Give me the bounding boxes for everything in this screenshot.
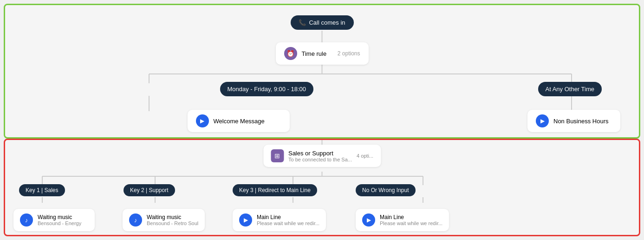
- music-1-sub: Bensound - Energy: [38, 220, 81, 226]
- main-line-1-title: Main Line: [257, 214, 319, 220]
- main-line-1-text: Main Line Please wait while we redir...: [257, 214, 319, 226]
- key-wrong-label: No Or Wrong Input: [362, 187, 409, 193]
- time-rule-node[interactable]: ⏰ Time rule 2 options: [276, 42, 369, 65]
- welcome-message-label: Welcome Message: [214, 118, 265, 125]
- music-icon-2: ♪: [129, 213, 142, 227]
- call-comes-in-node[interactable]: 📞 Call comes in: [290, 15, 353, 30]
- main-line-2-title: Main Line: [380, 214, 442, 220]
- red-section: ⊞ Sales or Support To be connected to th…: [4, 139, 640, 236]
- at-any-other-time-node[interactable]: At Any Other Time: [538, 82, 602, 96]
- music-2-sub: Bensound - Retro Soul: [147, 220, 198, 226]
- key-1-sales[interactable]: Key 1 | Sales: [19, 184, 65, 196]
- play-icon-2: ▶: [536, 114, 549, 127]
- music-node-1[interactable]: ♪ Waiting music Bensound - Energy: [13, 209, 95, 231]
- key-3-label: Key 3 | Redirect to Main Line: [239, 187, 311, 193]
- phone-icon: 📞: [299, 19, 306, 26]
- music-2-title: Waiting music: [147, 214, 198, 220]
- non-business-hours-node[interactable]: ▶ Non Business Hours: [527, 110, 620, 132]
- green-section: 📞 Call comes in ⏰ Time rule 2 options Mo…: [4, 4, 640, 139]
- time-rule-icon: ⏰: [284, 47, 297, 60]
- music-1-text: Waiting music Bensound - Energy: [38, 214, 81, 226]
- non-biz-label: Non Business Hours: [553, 118, 609, 125]
- call-comes-in-label: Call comes in: [309, 19, 345, 26]
- sales-support-text: Sales or Support To be connected to the …: [288, 150, 352, 162]
- main-line-node-1[interactable]: ▶ Main Line Please wait while we redir..…: [233, 209, 326, 231]
- key-2-support[interactable]: Key 2 | Support: [124, 184, 175, 196]
- play-icon: ▶: [196, 114, 209, 127]
- at-any-other-time-label: At Any Other Time: [546, 86, 595, 93]
- main-line-2-text: Main Line Please wait while we redir...: [380, 214, 442, 226]
- music-2-text: Waiting music Bensound - Retro Soul: [147, 214, 198, 226]
- key-wrong-input[interactable]: No Or Wrong Input: [356, 184, 416, 196]
- main-line-1-sub: Please wait while we redir...: [257, 220, 319, 226]
- main-line-2-sub: Please wait while we redir...: [380, 220, 442, 226]
- music-node-2[interactable]: ♪ Waiting music Bensound - Retro Soul: [123, 209, 205, 231]
- time-rule-options: 2 options: [338, 50, 360, 57]
- monday-friday-node[interactable]: Monday - Friday, 9:00 - 18:00: [220, 82, 314, 96]
- play-icon-3: ▶: [239, 213, 252, 227]
- music-1-title: Waiting music: [38, 214, 81, 220]
- play-icon-4: ▶: [362, 213, 375, 227]
- key-3-main-line[interactable]: Key 3 | Redirect to Main Line: [233, 184, 317, 196]
- grid-icon: ⊞: [271, 149, 284, 162]
- sales-support-options: 4 opti...: [357, 153, 373, 159]
- main-line-node-2[interactable]: ▶ Main Line Please wait while we redir..…: [356, 209, 449, 231]
- music-icon-1: ♪: [20, 213, 33, 227]
- key-1-label: Key 1 | Sales: [26, 187, 59, 193]
- time-rule-label: Time rule: [302, 50, 327, 57]
- key-2-label: Key 2 | Support: [130, 187, 169, 193]
- welcome-message-node[interactable]: ▶ Welcome Message: [188, 110, 290, 132]
- sales-support-sub: To be connected to the Sa...: [288, 157, 352, 162]
- sales-support-label: Sales or Support: [288, 150, 352, 157]
- monday-friday-label: Monday - Friday, 9:00 - 18:00: [228, 86, 306, 93]
- sales-support-node[interactable]: ⊞ Sales or Support To be connected to th…: [263, 145, 381, 167]
- main-container: 📞 Call comes in ⏰ Time rule 2 options Mo…: [0, 0, 644, 240]
